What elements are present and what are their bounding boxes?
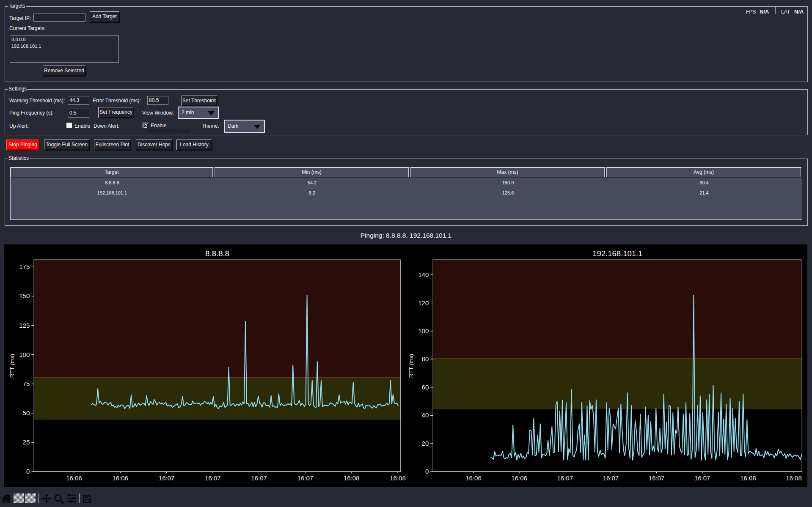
svg-text:16:07: 16:07 bbox=[603, 474, 619, 482]
svg-text:16:06: 16:06 bbox=[113, 474, 129, 482]
svg-text:40: 40 bbox=[422, 411, 429, 419]
svg-text:16:06: 16:06 bbox=[66, 474, 82, 482]
svg-text:150: 150 bbox=[19, 292, 30, 299]
svg-text:100: 100 bbox=[418, 327, 429, 334]
svg-text:140: 140 bbox=[418, 271, 429, 278]
svg-text:25: 25 bbox=[23, 438, 30, 446]
svg-text:16:07: 16:07 bbox=[205, 474, 221, 482]
svg-text:16:07: 16:07 bbox=[297, 474, 314, 482]
svg-text:8.8.8.8: 8.8.8.8 bbox=[205, 249, 229, 258]
svg-text:16:06: 16:06 bbox=[465, 474, 482, 482]
svg-text:16:08: 16:08 bbox=[786, 474, 802, 482]
svg-text:16:08: 16:08 bbox=[344, 474, 360, 482]
svg-text:100: 100 bbox=[19, 351, 30, 358]
svg-text:125: 125 bbox=[19, 322, 30, 329]
svg-text:60: 60 bbox=[422, 384, 429, 391]
svg-text:16:07: 16:07 bbox=[694, 474, 710, 482]
svg-text:50: 50 bbox=[23, 409, 30, 417]
svg-text:16:08: 16:08 bbox=[390, 474, 406, 482]
svg-text:16:07: 16:07 bbox=[159, 474, 175, 482]
svg-text:120: 120 bbox=[418, 299, 429, 307]
svg-text:175: 175 bbox=[19, 263, 30, 270]
svg-text:75: 75 bbox=[23, 380, 30, 387]
svg-text:RTT (ms): RTT (ms) bbox=[408, 354, 414, 378]
svg-text:80: 80 bbox=[422, 355, 429, 362]
svg-text:20: 20 bbox=[422, 440, 429, 447]
svg-text:RTT (ms): RTT (ms) bbox=[9, 354, 15, 378]
svg-text:192.168.101.1: 192.168.101.1 bbox=[592, 249, 642, 258]
svg-text:16:08: 16:08 bbox=[740, 474, 756, 482]
svg-text:16:07: 16:07 bbox=[251, 474, 267, 482]
svg-text:16:07: 16:07 bbox=[557, 474, 573, 482]
svg-text:16:07: 16:07 bbox=[649, 474, 665, 482]
svg-text:0: 0 bbox=[425, 468, 429, 475]
svg-text:16:06: 16:06 bbox=[511, 474, 527, 482]
svg-text:0: 0 bbox=[26, 468, 30, 475]
